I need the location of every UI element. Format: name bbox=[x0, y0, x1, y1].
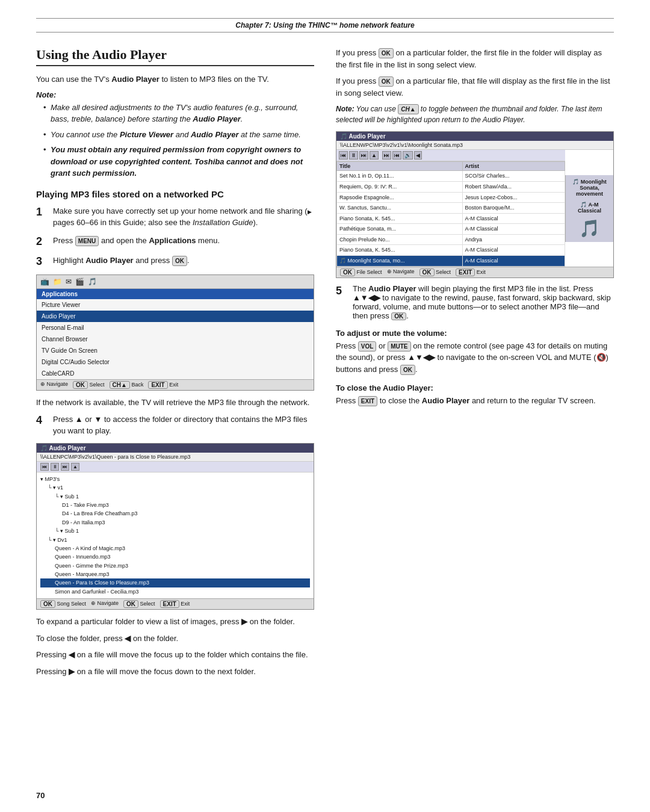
close-player-title: To close the Audio Player: bbox=[336, 383, 614, 392]
note-list: Make all desired adjustments to the TV's… bbox=[36, 102, 314, 179]
pressing-left-note: Pressing ◀ on a file will move the focus… bbox=[36, 649, 314, 661]
apps-menu-list: Picture Viewer Audio Player Personal E-m… bbox=[37, 299, 314, 379]
expand-note: To expand a particular folder to view a … bbox=[36, 616, 314, 628]
note-item-2: You cannot use the Picture Viewer and Au… bbox=[43, 129, 314, 141]
audio-statusbar-2: OK File Select ⊕ Navigate OK Select EXIT… bbox=[336, 267, 613, 277]
exit-key: EXIT bbox=[358, 396, 377, 406]
song-artist-5: A-M Classical bbox=[462, 213, 565, 224]
file-innuendo: Queen - Innuendo.mp3 bbox=[40, 553, 310, 561]
chapter-header-text: Chapter 7: Using the THINC™ home network… bbox=[235, 21, 414, 29]
song-title-9: 🎵 Moonlight Sonata, mo... bbox=[337, 256, 463, 267]
step-4-list: 4 Press ▲ or ▼ to access the folder or d… bbox=[36, 414, 314, 437]
ctrl-up2: ▲ bbox=[370, 151, 379, 160]
adjust-volume-text: Press VOL or MUTE on the remote control … bbox=[336, 340, 614, 376]
col-title: Title bbox=[337, 162, 463, 171]
statusbar-navigate: ⊕ Navigate bbox=[40, 381, 68, 389]
statusbar-nav: ⊕ Navigate bbox=[91, 600, 119, 608]
note-label: Note: bbox=[36, 90, 314, 99]
statusbar-back: CH▲ Back bbox=[110, 381, 144, 389]
left-column: Using the Audio Player You can use the T… bbox=[36, 47, 314, 682]
app-icon-folder: 📁 bbox=[53, 277, 62, 286]
audio-player-path-1: \\ALLENPC\MP3\v2\v1\Queen - para Is Clos… bbox=[37, 453, 314, 462]
ok-key-vol: OK bbox=[400, 365, 415, 375]
audio-song-table: Title Artist Set No.1 in D, Op.11... SCO… bbox=[336, 161, 565, 266]
menu-key: MENU bbox=[75, 236, 99, 246]
song-title-6: Pathétique Sonata, m... bbox=[337, 224, 463, 235]
chapter-header: Chapter 7: Using the THINC™ home network… bbox=[36, 18, 614, 33]
song-row-2: Requiem, Op. 9: IV: R... Robert Shaw/Atl… bbox=[337, 181, 565, 192]
folder-sub1: └ ▾ Sub 1 bbox=[40, 492, 310, 501]
file-para-highlighted: Queen - Para Is Close to Pleasure.mp3 bbox=[40, 578, 310, 587]
intro-paragraph: You can use the TV's Audio Player to lis… bbox=[36, 73, 314, 85]
folder-sub1b: └ ▾ Sub 1 bbox=[40, 527, 310, 535]
side-panel-label: 🎵 Moonlight Sonata, movement bbox=[568, 179, 611, 197]
song-row-8: Piano Sonata, K. 545... A-M Classical bbox=[337, 245, 565, 256]
right-column: If you press OK on a particular folder, … bbox=[336, 47, 614, 682]
pressing-right-note: Pressing ▶ on a file will move the focus… bbox=[36, 666, 314, 678]
network-note: If the network is available, the TV will… bbox=[36, 397, 314, 409]
song-title-8: Piano Sonata, K. 545... bbox=[337, 245, 463, 256]
song-artist-3: Jesus Lopez-Cobos... bbox=[462, 192, 565, 203]
song-artist-8: A-M Classical bbox=[462, 245, 565, 256]
audio-player-screenshot-2: 🎵 Audio Player \\ALLENWPC\MP3\v2\v1\v1\M… bbox=[336, 131, 614, 277]
steps-list: 1 Make sure you have correctly set up yo… bbox=[36, 205, 314, 269]
statusbar-exit: EXIT Exit bbox=[148, 381, 178, 389]
folder-first-note: If you press OK on a particular folder, … bbox=[336, 47, 614, 70]
app-icon-mail: ✉ bbox=[66, 277, 72, 286]
apps-icon-bar: 📺 📁 ✉ 🎬 🎵 bbox=[37, 275, 314, 289]
folder-mp3s: ▾ MP3's bbox=[40, 475, 310, 483]
song-title-1: Set No.1 in D, Op.11... bbox=[337, 171, 463, 182]
song-artist-2: Robert Shaw/Atla... bbox=[462, 181, 565, 192]
apps-item-cablecard: CableCARD bbox=[37, 368, 314, 379]
song-row-3: Rapsodie Espagnole... Jesus Lopez-Cobos.… bbox=[337, 192, 565, 203]
section-title-text: Using the Audio Player bbox=[36, 47, 167, 62]
statusbar-song-select: OK Song Select bbox=[40, 600, 86, 608]
folder-v1: └ ▾ v1 bbox=[40, 483, 310, 492]
audio-player-path-2: \\ALLENWPC\MP3\v2\v1\v1\Moonlight Sonata… bbox=[336, 141, 613, 150]
song-row-1: Set No.1 in D, Op.11... SCO/Sir Charles.… bbox=[337, 171, 565, 182]
note-item-1: Make all desired adjustments to the TV's… bbox=[43, 102, 314, 125]
close-folder-note: To close the folder, press ◀ on the fold… bbox=[36, 633, 314, 645]
sb-exit: EXIT Exit bbox=[456, 268, 486, 276]
file-simon: Simon and Garfunkel - Cecilia.mp3 bbox=[40, 587, 310, 596]
side-panel-category: 🎵 A-M Classical bbox=[568, 202, 611, 214]
song-row-5: Piano Sonata, K. 545... A-M Classical bbox=[337, 213, 565, 224]
step-5: 5 The Audio Player will begin playing th… bbox=[336, 284, 614, 320]
step-2: 2 Press MENU and open the Applications m… bbox=[36, 235, 314, 249]
ctrl-skipbk: ⏮ bbox=[392, 151, 401, 160]
song-artist-4: Boston Baroque/M... bbox=[462, 203, 565, 214]
sb-select: OK Select bbox=[419, 268, 451, 276]
folder-dv1: └ ▾ Dv1 bbox=[40, 536, 310, 544]
section-title: Using the Audio Player bbox=[36, 47, 314, 66]
apps-statusbar: ⊕ Navigate OK Select CH▲ Back EXIT Exit bbox=[37, 379, 314, 390]
two-column-layout: Using the Audio Player You can use the T… bbox=[36, 47, 614, 682]
song-artist-9: A-M Classical bbox=[462, 256, 565, 267]
song-title-7: Chopin Prelude No... bbox=[337, 234, 463, 245]
apps-item-picture-viewer: Picture Viewer bbox=[37, 299, 314, 311]
col-artist: Artist bbox=[462, 162, 565, 171]
file-kind-of-magic: Queen - A Kind of Magic.mp3 bbox=[40, 544, 310, 553]
ctrl-rew: ⏮ bbox=[339, 151, 348, 160]
song-artist-1: SCO/Sir Charles... bbox=[462, 171, 565, 182]
apps-item-cc: Digital CC/Audio Selector bbox=[37, 356, 314, 368]
ok-key-3: OK bbox=[379, 76, 394, 87]
step-1: 1 Make sure you have correctly set up yo… bbox=[36, 205, 314, 229]
audio-controls-2: ⏮ ⏸ ⏭ ▲ ⏭ ⏮ 🔊 ◀ bbox=[336, 150, 565, 161]
step-4: 4 Press ▲ or ▼ to access the folder or d… bbox=[36, 414, 314, 437]
ok-key: OK bbox=[172, 256, 187, 266]
app-icon-tv: 📺 bbox=[40, 277, 49, 286]
page-number: 70 bbox=[36, 791, 45, 800]
step-3: 3 Highlight Audio Player and press OK. bbox=[36, 255, 314, 268]
adjust-volume-title: To adjust or mute the volume: bbox=[336, 329, 614, 338]
ctrl-vol: 🔊 bbox=[403, 151, 413, 160]
ctrl-pau: ⏸ bbox=[349, 151, 358, 160]
close-player-text: Press EXIT to close the Audio Player and… bbox=[336, 395, 614, 407]
ctrl-next: ⏭ bbox=[61, 463, 69, 471]
song-title-2: Requiem, Op. 9: IV: R... bbox=[337, 181, 463, 192]
ctrl-prev: ⏮ bbox=[40, 463, 49, 471]
mute-key: MUTE bbox=[388, 341, 410, 352]
page-container: Chapter 7: Using the THINC™ home network… bbox=[0, 0, 650, 812]
audio-player-title-1: 🎵 Audio Player bbox=[37, 444, 314, 453]
apps-item-channel-browser: Channel Browser bbox=[37, 333, 314, 345]
side-panel-music-icon: 🎵 bbox=[579, 218, 600, 238]
